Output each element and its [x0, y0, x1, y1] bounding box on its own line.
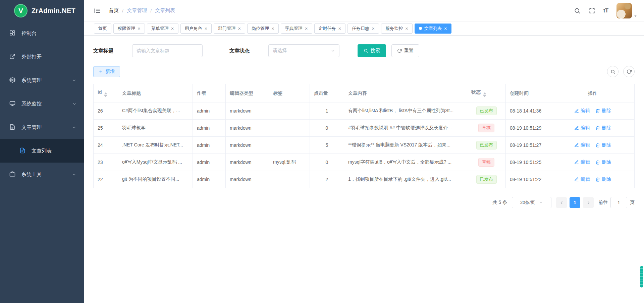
prev-page-button[interactable] [556, 197, 567, 208]
search-button[interactable]: 搜索 [358, 44, 386, 57]
cell-id: 25 [94, 120, 118, 137]
chevron-down-icon [539, 201, 543, 205]
tab-字典管理[interactable]: 字典管理× [281, 24, 312, 34]
sidebar-item-article-management[interactable]: 文章管理 [0, 116, 84, 139]
sidebar-menu: 控制台 外部打开 系统管理 系统监控 [0, 21, 84, 303]
tab-权限管理[interactable]: 权限管理× [113, 24, 145, 34]
edit-button[interactable]: 编辑 [574, 108, 590, 114]
edit-button[interactable]: 编辑 [574, 142, 590, 148]
tab-close-icon[interactable]: × [338, 26, 341, 31]
edit-label: 编辑 [581, 159, 590, 165]
tab-服务监控[interactable]: 服务监控× [381, 24, 413, 34]
navbar-right: tT [574, 3, 637, 18]
article-title-input[interactable] [132, 44, 203, 57]
sort-carets-icon[interactable] [104, 92, 107, 97]
cell-editor-type: markdown [226, 154, 269, 171]
page-number-button[interactable]: 1 [570, 197, 580, 208]
delete-button[interactable]: 删除 [595, 125, 611, 131]
custom-scrollbar-thumb[interactable] [640, 266, 643, 288]
next-page-button[interactable] [583, 197, 594, 208]
tab-岗位管理[interactable]: 岗位管理× [247, 24, 279, 34]
column-header-status[interactable]: 状态 [467, 84, 506, 102]
tab-部门管理[interactable]: 部门管理× [214, 24, 245, 34]
delete-button[interactable]: 删除 [595, 108, 611, 114]
column-label: 点击量 [314, 90, 328, 96]
toggle-search-button[interactable] [607, 66, 619, 77]
tab-close-icon[interactable]: × [171, 26, 174, 31]
tab-close-icon[interactable]: × [205, 26, 208, 31]
breadcrumb-article-management[interactable]: 文章管理 [127, 7, 147, 14]
edit-button[interactable]: 编辑 [574, 176, 590, 182]
sidebar-item-system-tools[interactable]: 系统工具 [0, 163, 84, 186]
tab-close-icon[interactable]: × [138, 26, 141, 31]
goto-page: 前往 页 [598, 197, 635, 208]
cell-actions: 编辑删除 [551, 171, 635, 188]
edit-icon [574, 160, 579, 165]
sidebar-item-system-management[interactable]: 系统管理 [0, 69, 84, 92]
sidebar-item-label: 系统管理 [21, 77, 42, 84]
tab-close-icon[interactable]: × [271, 26, 274, 31]
column-label: 作者 [197, 90, 206, 96]
tab-首页[interactable]: 首页 [94, 24, 111, 34]
tab-label: 首页 [98, 26, 107, 32]
user-avatar[interactable] [616, 3, 632, 18]
sidebar-item-dashboard[interactable]: 控制台 [0, 21, 84, 45]
fullscreen-icon[interactable] [589, 7, 595, 14]
app-logo[interactable]: V ZrAdmin.NET [0, 0, 84, 21]
tab-label: 字典管理 [285, 26, 303, 32]
cell-id: 26 [94, 102, 118, 120]
reset-button[interactable]: 重置 [391, 44, 419, 57]
add-button[interactable]: 新增 [93, 66, 120, 77]
cell-created-at: 08-19 10:51:22 [506, 171, 551, 188]
tab-close-icon[interactable]: × [444, 26, 447, 31]
delete-icon [595, 126, 600, 130]
tab-close-icon[interactable]: × [238, 26, 241, 31]
tab-close-icon[interactable]: × [305, 26, 308, 31]
page-size-select[interactable]: 20条/页 [512, 197, 551, 208]
active-tab-dot [419, 27, 422, 30]
tab-定时任务[interactable]: 定时任务× [314, 24, 346, 34]
delete-button[interactable]: 删除 [595, 176, 611, 182]
tab-文章列表[interactable]: 文章列表× [415, 24, 451, 34]
chevron-down-icon [72, 102, 76, 106]
edit-label: 编辑 [581, 142, 590, 148]
delete-button[interactable]: 删除 [595, 159, 611, 165]
font-size-icon[interactable]: tT [603, 8, 608, 14]
goto-page-input[interactable] [610, 197, 627, 208]
edit-button[interactable]: 编辑 [574, 159, 590, 165]
status-badge: 草稿 [478, 124, 494, 132]
chevron-down-icon [72, 172, 76, 177]
edit-label: 编辑 [581, 176, 590, 182]
sidebar-collapse-icon[interactable] [94, 7, 101, 14]
tab-任务日志[interactable]: 任务日志× [347, 24, 379, 34]
tab-菜单管理[interactable]: 菜单管理× [147, 24, 178, 34]
cell-tags: mysql,乱码 [269, 154, 310, 171]
tab-close-icon[interactable]: × [372, 26, 375, 31]
goto-suffix: 页 [630, 200, 635, 206]
cell-title: 羽毛球教学 [118, 120, 193, 137]
cell-editor-type: markdown [226, 120, 269, 137]
sidebar-item-system-monitor[interactable]: 系统监控 [0, 92, 84, 116]
column-header-id[interactable]: id [94, 84, 118, 102]
tab-close-icon[interactable]: × [405, 26, 408, 31]
edit-button[interactable]: 编辑 [574, 125, 590, 131]
tab-用户角色[interactable]: 用户角色× [180, 24, 212, 34]
status-badge: 已发布 [476, 175, 497, 184]
cell-content: 1，找到项目所在目录下的 .git/文件夹，进入.git/... [344, 171, 467, 188]
breadcrumb-home[interactable]: 首页 [109, 7, 119, 14]
sort-carets-icon[interactable] [483, 92, 486, 97]
cell-clicks: 0 [310, 120, 344, 137]
sidebar-item-label: 文章列表 [32, 148, 52, 154]
refresh-table-button[interactable] [623, 66, 635, 77]
cell-clicks: 2 [310, 171, 344, 188]
cell-actions: 编辑删除 [551, 154, 635, 171]
delete-button[interactable]: 删除 [595, 142, 611, 148]
cell-tags [269, 137, 310, 154]
user-menu[interactable] [616, 3, 637, 18]
status-badge: 草稿 [478, 158, 494, 167]
toolbox-icon [9, 171, 16, 178]
article-status-select[interactable]: 请选择 [268, 44, 339, 57]
search-icon[interactable] [574, 7, 581, 14]
sidebar-item-article-list[interactable]: 文章列表 [0, 139, 84, 163]
sidebar-item-external-open[interactable]: 外部打开 [0, 45, 84, 69]
